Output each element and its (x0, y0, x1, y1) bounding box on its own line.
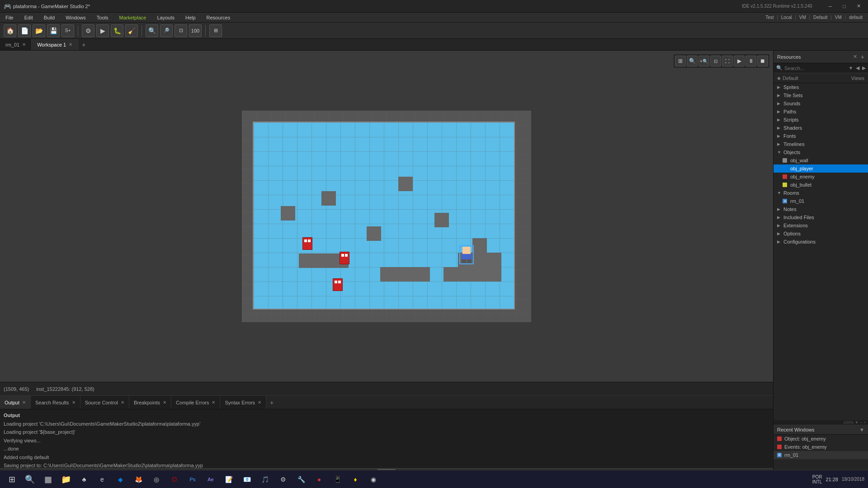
tree-notes[interactable]: ▶ Notes (774, 205, 868, 213)
tree-timelines[interactable]: ▶ Timelines (774, 140, 868, 148)
toolbar-build[interactable]: ▶ (96, 24, 109, 37)
resources-add-btn[interactable]: + (861, 53, 864, 61)
taskbar-opera[interactable]: O (166, 471, 183, 488)
restore-button[interactable]: □ (839, 4, 849, 9)
resources-close-btn[interactable]: ✕ (853, 54, 857, 60)
menu-resources[interactable]: Resources (205, 14, 232, 21)
tree-extensions[interactable]: ▶ Extensions (774, 221, 868, 230)
search-nav-prev[interactable]: ◀ (856, 65, 859, 71)
canvas-btn-grid[interactable]: ⊞ (675, 56, 686, 66)
tree-obj-player[interactable]: obj_player (774, 164, 868, 173)
toolbar-zoom-reset[interactable]: 100 (189, 24, 202, 37)
output-tab-compile[interactable]: Compile Errors ✕ (171, 396, 220, 409)
output-tab-output-close[interactable]: ✕ (22, 400, 26, 405)
output-tab-search[interactable]: Search Results ✕ (31, 396, 80, 409)
tree-tilesets[interactable]: ▶ Tile Sets (774, 91, 868, 99)
toolbar-zoom-out[interactable]: 🔎 (160, 24, 173, 37)
menu-marketplace[interactable]: Marketplace (117, 14, 148, 21)
config-test[interactable]: Test (764, 15, 775, 20)
search-nav-next[interactable]: ▶ (862, 65, 866, 71)
canvas-btn-zoomfit[interactable]: ⊡ (710, 56, 721, 66)
tab-add-button[interactable]: + (78, 41, 89, 48)
menu-help[interactable]: Help (184, 14, 198, 21)
taskbar-tools[interactable]: 🔧 (293, 471, 309, 488)
canvas-btn-play[interactable]: ▶ (734, 56, 745, 66)
toolbar-grid[interactable]: ⊞ (209, 24, 222, 37)
taskbar-ie[interactable]: e (94, 471, 110, 488)
taskbar-photoshop[interactable]: Ps (184, 471, 201, 488)
recent-windows-collapse[interactable]: ▼ (859, 427, 864, 432)
canvas-btn-zoomin[interactable]: +🔍 (698, 56, 709, 66)
config-local[interactable]: Local (779, 15, 794, 20)
toolbar-open[interactable]: 📂 (33, 24, 45, 37)
toolbar-saveas[interactable]: S+ (61, 24, 74, 37)
config-default2[interactable]: default (847, 15, 864, 20)
toolbar-clean[interactable]: 🧹 (125, 24, 138, 37)
taskbar-firefox[interactable]: 🦊 (130, 471, 146, 488)
taskbar-app1[interactable]: ● (311, 471, 327, 488)
tree-sprites[interactable]: ▶ Sprites (774, 83, 868, 91)
search-input[interactable] (784, 66, 847, 71)
taskbar-app3[interactable]: ♦ (347, 471, 363, 488)
menu-edit[interactable]: Edit (23, 14, 35, 21)
tree-included-files[interactable]: ▶ Included Files (774, 213, 868, 221)
tree-shaders[interactable]: ▶ Shaders (774, 124, 868, 132)
config-vm[interactable]: VM (797, 15, 808, 20)
recent-item-rm01[interactable]: ⊞ rm_01 (774, 451, 868, 459)
output-tab-breakpoints-close[interactable]: ✕ (163, 400, 166, 405)
views-label[interactable]: Views (851, 75, 864, 81)
taskbar-music[interactable]: 🎵 (257, 471, 273, 488)
toolbar-save[interactable]: 💾 (47, 24, 60, 37)
tree-objects[interactable]: ▼ Objects (774, 148, 868, 156)
taskbar-steam[interactable]: ♣ (76, 471, 92, 488)
tab-workspace1[interactable]: Workspace 1 ✕ (32, 39, 78, 50)
tree-options[interactable]: ▶ Options (774, 230, 868, 238)
taskbar-explorer[interactable]: 📁 (58, 471, 74, 488)
output-tab-syntax[interactable]: Syntax Errors ✕ (220, 396, 266, 409)
taskbar-chrome[interactable]: ◎ (148, 471, 165, 488)
tree-configurations[interactable]: ▶ Configurations (774, 238, 868, 246)
taskbar-ae[interactable]: Ae (203, 471, 219, 488)
taskbar-start[interactable]: ⊞ (4, 471, 20, 488)
tree-rooms[interactable]: ▼ Rooms (774, 189, 868, 197)
tree-paths[interactable]: ▶ Paths (774, 108, 868, 116)
room-canvas-wrapper[interactable]: ⊞ 🔍 +🔍 ⊡ ⛶ ▶ ⏸ ⏹ (0, 51, 773, 382)
taskbar-edge[interactable]: ◆ (112, 471, 128, 488)
taskbar-taskview[interactable]: ▦ (40, 471, 56, 488)
config-vm2[interactable]: VM (833, 15, 844, 20)
toolbar-zoom-in[interactable]: 🔍 (146, 24, 158, 37)
canvas-btn-stop[interactable]: ⏹ (757, 56, 768, 66)
taskbar-app2[interactable]: 📱 (329, 471, 345, 488)
taskbar-search[interactable]: 🔍 (22, 471, 38, 488)
canvas-btn-zoomout[interactable]: 🔍 (687, 56, 698, 66)
menu-layouts[interactable]: Layouts (155, 14, 176, 21)
output-tab-source-close[interactable]: ✕ (121, 400, 124, 405)
output-tab-output[interactable]: Output ✕ (0, 396, 31, 409)
output-tab-breakpoints[interactable]: Breakpoints ✕ (129, 396, 171, 409)
menu-windows[interactable]: Windows (64, 14, 88, 21)
tree-fonts[interactable]: ▶ Fonts (774, 132, 868, 140)
recent-item-obj-enemy-obj[interactable]: Object: obj_enemy (774, 435, 868, 443)
output-tab-compile-close[interactable]: ✕ (212, 400, 215, 405)
taskbar-files[interactable]: 📝 (221, 471, 237, 488)
taskbar-settings2[interactable]: ⚙ (275, 471, 291, 488)
output-tab-add[interactable]: + (266, 399, 277, 406)
tree-obj-wall[interactable]: obj_wall (774, 156, 868, 164)
toolbar-settings[interactable]: ⚙ (82, 24, 94, 37)
output-tab-syntax-close[interactable]: ✕ (258, 400, 261, 405)
tree-sounds[interactable]: ▶ Sounds (774, 99, 868, 108)
toolbar-new[interactable]: 📄 (18, 24, 31, 37)
config-default[interactable]: Default (811, 15, 830, 20)
menu-file[interactable]: File (4, 14, 15, 21)
canvas-btn-pause[interactable]: ⏸ (745, 56, 756, 66)
tree-rm01[interactable]: ⊞ rm_01 (774, 197, 868, 205)
search-dropdown-icon[interactable]: ▼ (849, 66, 853, 70)
output-tab-source[interactable]: Source Control ✕ (80, 396, 129, 409)
toolbar-zoom-fit[interactable]: ⊡ (175, 24, 187, 37)
tree-obj-enemy[interactable]: obj_enemy (774, 173, 868, 181)
tree-scripts[interactable]: ▶ Scripts (774, 116, 868, 124)
minimize-button[interactable]: ─ (825, 4, 836, 9)
canvas-btn-fullscreen[interactable]: ⛶ (722, 56, 733, 66)
tab-workspace1-close[interactable]: ✕ (69, 42, 72, 47)
recent-item-obj-enemy-events[interactable]: Events: obj_enemy (774, 443, 868, 451)
